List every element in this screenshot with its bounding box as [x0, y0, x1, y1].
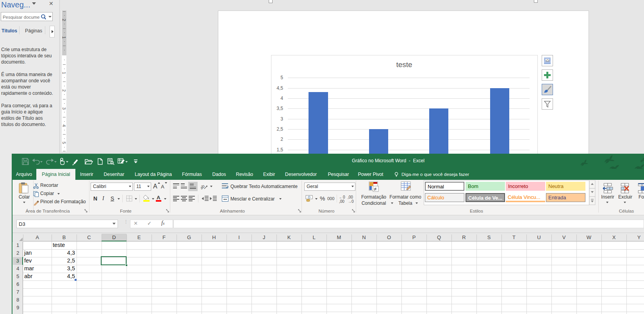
svg-text:ab: ab [201, 184, 205, 190]
svg-text:≠: ≠ [374, 186, 376, 192]
